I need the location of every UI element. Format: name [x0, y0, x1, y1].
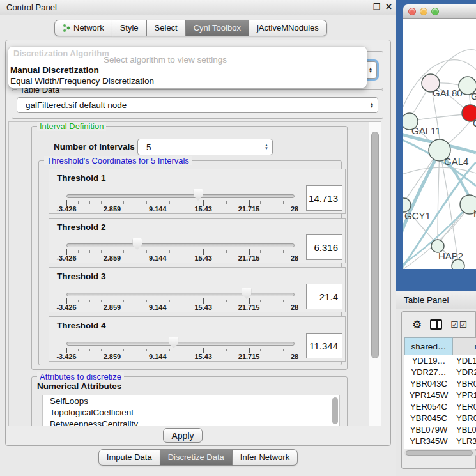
tick-label: 21.715 [238, 205, 260, 213]
tick-mark [192, 201, 192, 204]
table-row[interactable]: YBR045C YBR0 [404, 413, 476, 424]
threshold-value-box[interactable]: 21.4 [306, 284, 342, 309]
tick-mark [272, 349, 272, 351]
spinner-arrows-icon[interactable]: ▲▼ [369, 67, 372, 73]
algorithm-dropdown-popup: Discretization Algorithm Select algorith… [8, 47, 367, 88]
numerical-attributes-label: Numerical Attributes [37, 381, 121, 391]
tick-mark [135, 300, 135, 302]
zoom-traffic-light-icon[interactable] [431, 8, 439, 15]
tab-discretize-data[interactable]: Discretize Data [160, 449, 233, 466]
slider-thumb[interactable] [194, 189, 203, 201]
slider-thumb[interactable] [132, 238, 142, 250]
tab-label: Select [155, 23, 178, 33]
table-row[interactable]: YIL052C YIL0 [404, 447, 476, 449]
tick-mark [272, 300, 272, 302]
tick-label: -3.426 [56, 254, 76, 262]
attribute-list-item[interactable]: TopologicalCoefficient [43, 407, 339, 418]
tick-mark [215, 250, 215, 253]
tab-select[interactable]: Select [147, 20, 186, 36]
table-row[interactable]: YLR345W YLR3 [404, 436, 476, 447]
column-layout-icon[interactable] [430, 319, 442, 330]
attribute-list-item[interactable]: BetweennessCentrality [43, 418, 339, 426]
threshold-slider[interactable]: -3.4262.8599.14415.4321.71528 [66, 238, 295, 262]
threshold-label: Threshold 2 [57, 222, 106, 232]
threshold-slider[interactable]: -3.4262.8599.14415.4321.71528 [66, 287, 295, 311]
table-data-combo[interactable]: galFiltered.sif default node ▲▼ [17, 97, 378, 113]
close-window-icon[interactable]: ✕ [385, 2, 392, 12]
tick-label: 15.43 [194, 303, 212, 311]
tick-mark [101, 300, 102, 302]
minimize-traffic-light-icon[interactable] [420, 8, 427, 15]
tick-mark [169, 300, 170, 302]
network-canvas[interactable]: GAL80GACGAL11GAL4GCY1HHAP2 [403, 19, 476, 269]
table-row[interactable]: YDL19… YDL1 [404, 355, 476, 367]
tick-label: 9.144 [149, 205, 167, 213]
table-row[interactable]: YDR27… YDR2 [404, 367, 476, 378]
tick-label: 9.144 [149, 353, 167, 360]
table-row[interactable]: YER054C YER0 [404, 401, 476, 413]
slider-thumb[interactable] [169, 337, 178, 348]
popup-item-manual-discretization[interactable]: Manual Discretization [10, 65, 361, 75]
tick-mark [226, 300, 227, 302]
tick-mark [169, 349, 170, 351]
slider-tick-labels: -3.4262.8599.14415.4321.71528 [66, 205, 295, 213]
numerical-attributes-list[interactable]: SelfLoopsTopologicalCoefficientBetweenne… [42, 395, 340, 426]
tick-label: 28 [291, 303, 298, 311]
tick-mark [89, 250, 90, 253]
tick-label: 2.859 [104, 205, 121, 213]
threshold-value-box[interactable]: 11.344 [306, 333, 342, 358]
cell-name: YPR1 [453, 390, 476, 401]
tick-mark [78, 201, 79, 204]
settings-scroll-viewport: Interval Definition Number of Intervals … [8, 121, 381, 426]
tick-mark [181, 300, 181, 302]
vertical-scrollbar[interactable] [369, 122, 381, 426]
tick-mark [89, 201, 90, 204]
tick-mark [192, 300, 192, 302]
cell-name: YBR0 [453, 378, 476, 390]
threshold-slider[interactable]: -3.4262.8599.14415.4321.71528 [66, 336, 295, 360]
threshold-slider[interactable]: -3.4262.8599.14415.4321.71528 [66, 188, 295, 213]
tick-mark [192, 349, 192, 351]
list-scrollbar[interactable] [332, 397, 338, 424]
cell-shared-name: YDR27… [404, 367, 453, 378]
tab-infer-network[interactable]: Infer Network [233, 449, 298, 466]
tab-cyni-toolbox[interactable]: Cyni Toolbox [186, 20, 249, 36]
checkbox-icons[interactable]: ☑☑ [450, 319, 468, 330]
cell-name: YER0 [453, 401, 476, 413]
tab-jactivemnodules[interactable]: jActiveMNodules [249, 20, 327, 36]
slider-thumb[interactable] [242, 288, 252, 299]
tab-network[interactable]: Network [54, 20, 112, 36]
popup-item-equal-width-frequency[interactable]: Equal Width/Frequency Discretization [10, 76, 361, 86]
tab-style[interactable]: Style [112, 20, 147, 36]
table-row[interactable]: YPR145W YPR1 [404, 390, 476, 401]
tick-mark [169, 201, 170, 204]
vertical-scrollbar-thumb[interactable] [371, 132, 379, 358]
table-row[interactable]: YBR043C YBR0 [404, 378, 476, 390]
column-header-shared-name[interactable]: shared… [404, 337, 453, 355]
spinner-arrows-icon[interactable]: ▲▼ [370, 102, 374, 109]
horizontal-scrollbar[interactable] [404, 450, 476, 456]
gear-icon[interactable]: ⚙ [412, 318, 422, 332]
float-window-icon[interactable]: ❐ [372, 2, 380, 12]
threshold-value-box[interactable]: 14.713 [306, 185, 342, 211]
network-graph[interactable]: GAL80GACGAL11GAL4GCY1HHAP2 [403, 19, 476, 269]
table-row[interactable]: YBL079W YBL0 [404, 424, 476, 436]
attribute-list-item[interactable]: SelfLoops [43, 395, 339, 407]
spinner-arrows-icon[interactable]: ▲▼ [265, 144, 268, 150]
slider-track[interactable] [66, 293, 295, 296]
number-of-intervals-combo[interactable]: 5 ▲▼ [137, 139, 273, 155]
slider-track[interactable] [66, 194, 295, 198]
tick-mark [215, 349, 215, 351]
threshold-value-box[interactable]: 6.316 [306, 234, 342, 260]
column-header-name[interactable]: n [453, 337, 476, 355]
slider-track[interactable] [66, 342, 295, 346]
tab-impute-data[interactable]: Impute Data [98, 449, 160, 466]
network-node[interactable] [452, 259, 464, 269]
close-traffic-light-icon[interactable] [408, 8, 416, 15]
horizontal-scrollbar-thumb[interactable] [406, 450, 473, 456]
tick-mark [146, 250, 147, 253]
network-view-window: GAL80GACGAL11GAL4GCY1HHAP2 [396, 0, 476, 291]
apply-button[interactable]: Apply [163, 428, 203, 443]
popup-hint-text: Select algorithm to view settings [8, 55, 322, 65]
slider-track[interactable] [66, 243, 295, 247]
